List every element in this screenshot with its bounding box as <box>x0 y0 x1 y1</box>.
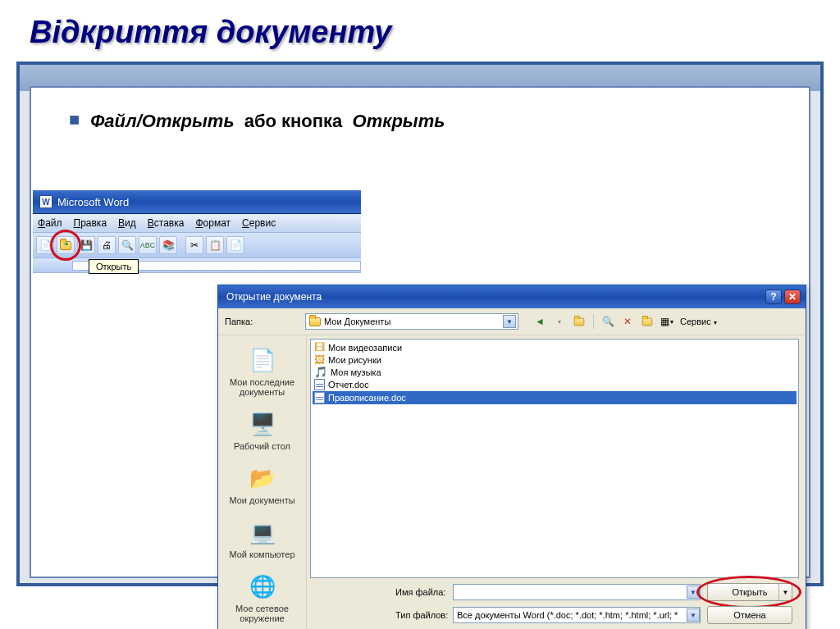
cut-button[interactable]: ✂ <box>185 236 203 254</box>
combo-arrow-icon[interactable]: ▼ <box>687 608 700 622</box>
copy-button[interactable]: 📋 <box>206 236 224 254</box>
place-network-label: Мое сетевое окружение <box>226 604 299 623</box>
dialog-toolbar: Папка: Мои Документы ▼ ◄ ▾ 🔍 ✕ ▦▾ Сервис… <box>218 308 806 335</box>
paste-button[interactable]: 📄 <box>226 236 244 254</box>
open-tooltip: Открыть <box>89 259 139 274</box>
window-buttons: ? ✕ <box>765 289 801 304</box>
place-mycomp-label: Мой компьютер <box>226 549 299 559</box>
instruction-command: Файл/Открыть <box>90 111 234 131</box>
menu-view[interactable]: Вид <box>118 217 136 229</box>
word-app-icon: W <box>39 195 52 208</box>
back-dd[interactable]: ▾ <box>551 313 568 330</box>
research-button[interactable]: 📚 <box>159 236 177 254</box>
combo-arrow-icon[interactable]: ▼ <box>687 586 700 599</box>
folder-icon: 🖼 <box>314 354 325 365</box>
look-in-combo[interactable]: Мои Документы ▼ <box>305 313 518 330</box>
instruction-text: ■ Файл/Открыть або кнопка Открыть <box>31 88 809 142</box>
open-button-dropdown[interactable]: ▼ <box>778 584 792 600</box>
back-button[interactable]: ◄ <box>532 313 548 330</box>
ms-word-window: W Microsoft Word Файл Правка Вид Вставка… <box>33 190 361 273</box>
file-item-pictures[interactable]: 🖼 Мои рисунки <box>313 353 797 366</box>
place-desktop[interactable]: 🖥️ Рабочий стол <box>223 403 302 457</box>
print-button[interactable]: 🖨 <box>98 236 116 254</box>
new-folder-button[interactable] <box>639 313 655 330</box>
open-button[interactable] <box>57 236 75 254</box>
folder-label: Папка: <box>225 317 299 326</box>
delete-button[interactable]: ✕ <box>619 313 636 330</box>
file-item-video[interactable]: 🎞 Мои видеозаписи <box>313 341 797 353</box>
place-mycomp[interactable]: 💻 Мой компьютер <box>223 511 302 565</box>
folder-icon <box>309 317 321 326</box>
file-item-music[interactable]: 🎵 Моя музыка <box>313 366 797 378</box>
word-titlebar: W Microsoft Word <box>33 190 361 214</box>
slide-title: Відкриття документу <box>0 0 840 62</box>
mycomp-icon: 💻 <box>247 517 278 548</box>
mydocs-icon: 📂 <box>247 463 278 494</box>
place-mydocs-label: Мои документы <box>226 495 299 505</box>
menu-insert[interactable]: Вставка <box>148 217 185 229</box>
instruction-button-name: Открыть <box>347 111 445 131</box>
help-button[interactable]: ? <box>765 289 782 304</box>
menu-file[interactable]: Файл <box>38 217 62 229</box>
save-button[interactable]: 💾 <box>77 236 95 254</box>
slide-frame: ■ Файл/Открыть або кнопка Открыть W Micr… <box>16 62 824 586</box>
open-action-button[interactable]: Открыть ▼ <box>707 583 792 601</box>
place-desktop-label: Рабочий стол <box>226 441 299 451</box>
doc-icon <box>314 379 325 390</box>
separator <box>593 314 594 329</box>
file-item-report[interactable]: Отчет.doc <box>313 378 797 391</box>
new-doc-button[interactable]: 📄 <box>36 236 54 254</box>
file-label: Моя музыка <box>331 367 381 377</box>
file-label: Мои видеозаписи <box>328 343 402 353</box>
open-dialog: Открытие документа ? ✕ Папка: Мои Докуме… <box>217 285 806 629</box>
desktop-icon: 🖥️ <box>247 408 278 440</box>
open-folder-icon <box>60 241 71 250</box>
recent-icon: 📄 <box>247 344 278 376</box>
dialog-body: 📄 Мои последние документы 🖥️ Рабочий сто… <box>218 335 806 629</box>
spell-button[interactable]: ABC <box>139 236 157 254</box>
tools-dropdown[interactable]: Сервис ▾ <box>680 317 717 326</box>
dialog-titlebar: Открытие документа ? ✕ <box>218 285 806 308</box>
place-recent[interactable]: 📄 Мои последние документы <box>223 339 302 403</box>
cancel-button[interactable]: Отмена <box>707 606 792 624</box>
file-label: Отчет.doc <box>328 380 369 390</box>
doc-icon <box>314 392 325 403</box>
print-preview-button[interactable]: 🔍 <box>118 236 136 254</box>
network-icon: 🌐 <box>247 571 278 602</box>
word-toolbar: 📄 💾 🖨 🔍 ABC 📚 ✂ 📋 📄 <box>33 233 361 258</box>
open-button-label: Открыть <box>732 587 767 597</box>
place-network[interactable]: 🌐 Мое сетевое окружение <box>223 565 302 629</box>
filename-label: Имя файла: <box>395 587 453 597</box>
views-button[interactable]: ▦▾ <box>659 313 675 330</box>
dialog-title-text: Открытие документа <box>226 291 322 303</box>
file-item-spelling[interactable]: Правописание.doc <box>313 391 797 404</box>
search-button[interactable]: 🔍 <box>600 313 616 330</box>
filetype-combo[interactable]: Все документы Word (*.doc; *.dot; *.htm;… <box>453 607 701 623</box>
instruction-mid: або кнопка <box>244 111 343 131</box>
folder-icon: 🎞 <box>314 342 325 353</box>
dialog-bottom: Имя файла: ▼ Открыть ▼ Тип файлов: <box>307 581 806 629</box>
combo-arrow-icon[interactable]: ▼ <box>503 315 516 328</box>
filetype-label: Тип файлов: <box>395 610 453 620</box>
menu-tools[interactable]: Сервис <box>242 217 276 229</box>
up-button[interactable] <box>571 313 587 330</box>
places-bar: 📄 Мои последние документы 🖥️ Рабочий сто… <box>218 335 307 629</box>
folder-icon: 🎵 <box>314 367 327 377</box>
place-mydocs[interactable]: 📂 Мои документы <box>223 457 302 511</box>
place-recent-label: Мои последние документы <box>226 377 299 397</box>
ruler-area <box>33 258 361 273</box>
file-label: Правописание.doc <box>328 393 406 403</box>
filename-input[interactable]: ▼ <box>453 584 701 600</box>
menu-format[interactable]: Формат <box>195 217 231 229</box>
slide-content: ■ Файл/Открыть або кнопка Открыть W Micr… <box>30 86 810 578</box>
nav-icons: ◄ ▾ 🔍 ✕ ▦▾ Сервис ▾ <box>532 313 717 330</box>
cancel-button-label: Отмена <box>733 610 765 620</box>
close-button[interactable]: ✕ <box>784 289 801 304</box>
current-folder-name: Мои Документы <box>324 317 390 326</box>
word-title-text: Microsoft Word <box>57 196 129 208</box>
file-list[interactable]: 🎞 Мои видеозаписи 🖼 Мои рисунки 🎵 Моя му… <box>310 339 799 578</box>
filetype-value: Все документы Word (*.doc; *.dot; *.htm;… <box>457 610 687 620</box>
file-label: Мои рисунки <box>328 355 381 365</box>
menu-edit[interactable]: Правка <box>74 217 107 229</box>
word-menubar: Файл Правка Вид Вставка Формат Сервис <box>33 214 361 233</box>
